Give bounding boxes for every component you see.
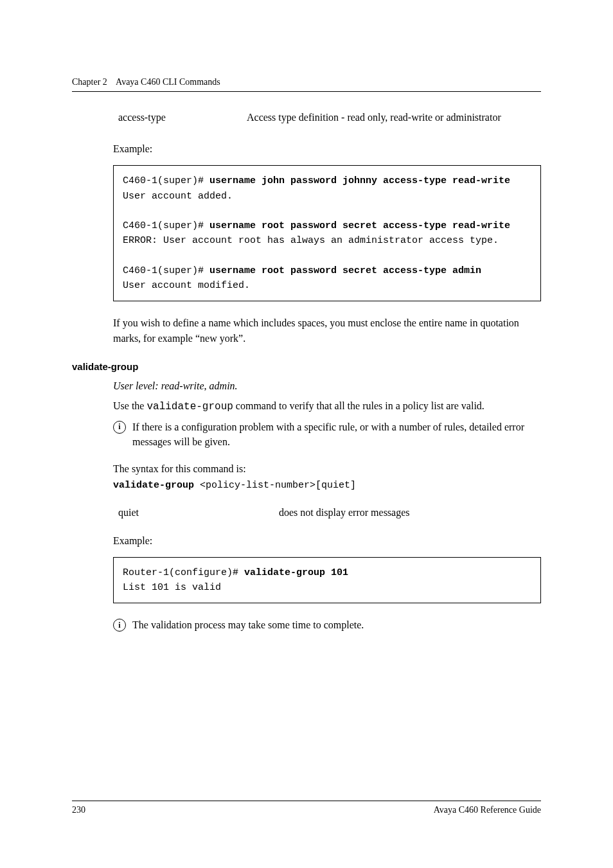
section-heading-validate-group: validate-group	[72, 361, 541, 372]
syntax-cmd: validate-group	[113, 480, 194, 491]
body-section-2: User level: read-write, admin. Use the v…	[113, 378, 541, 633]
code-example-2: Router-1(configure)# validate-group 101 …	[113, 557, 541, 604]
footer-rule	[72, 801, 541, 801]
chapter-title: Avaya C460 CLI Commands	[116, 77, 220, 87]
example-label: Example:	[113, 533, 541, 548]
info-note-1: i If there is a configuration problem wi…	[113, 420, 541, 449]
code-text: C460-1(super)#	[123, 220, 209, 231]
param-desc: does not display error messages	[279, 505, 541, 520]
info-text: The validation process may take some tim…	[132, 617, 541, 632]
info-icon: i	[113, 421, 126, 434]
code-text: List 101 is valid	[123, 582, 221, 593]
info-icon: i	[113, 619, 126, 632]
syntax-label: The syntax for this command is:	[113, 461, 541, 476]
desc-text: Use the	[113, 400, 147, 411]
body-section-1: Example: C460-1(super)# username john pa…	[113, 141, 541, 346]
footer-title: Avaya C460 Reference Guide	[434, 805, 541, 815]
code-text: User account modified.	[123, 280, 250, 291]
page: Chapter 2 Avaya C460 CLI Commands access…	[0, 0, 613, 868]
header-rule	[72, 91, 541, 92]
syntax-args: <policy-list-number>[quiet]	[194, 480, 356, 491]
page-footer: 230 Avaya C460 Reference Guide	[72, 801, 541, 815]
note-paragraph: If you wish to define a name which inclu…	[113, 315, 541, 345]
code-text: Router-1(configure)#	[123, 567, 244, 578]
code-text: User account added.	[123, 191, 233, 202]
chapter-label: Chapter 2	[72, 77, 107, 87]
running-header: Chapter 2 Avaya C460 CLI Commands	[72, 77, 541, 87]
param-desc: Access type definition - read only, read…	[247, 110, 541, 125]
page-number: 230	[72, 805, 85, 815]
syntax-line: validate-group <policy-list-number>[quie…	[113, 479, 541, 493]
user-level: User level: read-write, admin.	[113, 378, 541, 393]
code-bold: username root password secret access-typ…	[209, 220, 510, 231]
info-note-2: i The validation process may take some t…	[113, 617, 541, 632]
code-text: ERROR: User account root has always an a…	[123, 235, 499, 246]
example-label: Example:	[113, 141, 541, 156]
desc-text: command to verify that all the rules in …	[233, 400, 484, 411]
desc-cmd: validate-group	[147, 401, 233, 412]
info-text: If there is a configuration problem with…	[132, 420, 541, 449]
parameter-row: access-type Access type definition - rea…	[118, 110, 541, 125]
code-text: C460-1(super)#	[123, 175, 209, 186]
code-bold: username john password johnny access-typ…	[209, 175, 510, 186]
code-example-1: C460-1(super)# username john password jo…	[113, 165, 541, 301]
param-name: access-type	[118, 110, 247, 125]
footer-row: 230 Avaya C460 Reference Guide	[72, 805, 541, 815]
code-text: C460-1(super)#	[123, 265, 209, 276]
parameter-row: quiet does not display error messages	[118, 505, 541, 520]
command-description: Use the validate-group command to verify…	[113, 398, 541, 414]
code-bold: username root password secret access-typ…	[209, 265, 481, 276]
code-bold: validate-group 101	[244, 567, 348, 578]
param-name: quiet	[118, 505, 279, 520]
